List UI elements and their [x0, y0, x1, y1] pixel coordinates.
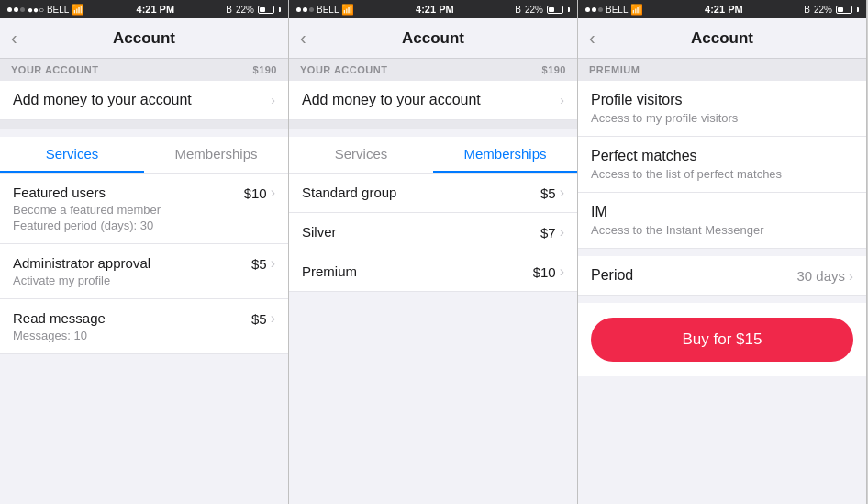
spacer-2: [289, 120, 577, 129]
status-bar-2: BELL 📶 4:21 PM B 22%: [289, 0, 577, 18]
back-button-1[interactable]: ‹: [11, 28, 39, 49]
membership-row-2: Silver $7 ›: [302, 224, 564, 241]
period-row[interactable]: Period 30 days ›: [578, 256, 866, 296]
bluetooth-icon-3: B: [804, 5, 810, 15]
nav-bar-3: ‹ Account: [578, 18, 866, 59]
membership-right-1: $5 ›: [540, 185, 564, 201]
buy-button[interactable]: Buy for $15: [591, 318, 853, 362]
service-desc-featured-1: Become a featured member: [13, 203, 275, 217]
battery-tip-2: [568, 7, 570, 12]
chevron-icon-2: ›: [560, 93, 564, 107]
back-button-2[interactable]: ‹: [300, 28, 328, 49]
add-money-item-1[interactable]: Add money to your account ›: [0, 81, 288, 120]
battery-fill-1: [260, 7, 265, 12]
status-time-1: 4:21 PM: [137, 4, 175, 15]
phone-panel-1: ●●○ BELL 📶 4:21 PM B 22% ‹ Account YOUR …: [0, 0, 289, 504]
period-days: 30 days: [796, 268, 845, 284]
nav-bar-2: ‹ Account: [289, 18, 577, 59]
bluetooth-icon-1: B: [226, 5, 232, 15]
battery-fill-2: [549, 7, 554, 12]
signal-dot-2c: [309, 7, 314, 12]
signal-dot-empty: [20, 7, 25, 12]
service-right-3: $5 ›: [251, 310, 275, 327]
service-item-featured[interactable]: Featured users $10 › Become a featured m…: [0, 174, 288, 244]
premium-title-im: IM: [591, 204, 853, 220]
membership-item-premium[interactable]: Premium $10 ›: [289, 252, 577, 292]
spacer-1: [0, 120, 288, 129]
membership-item-standard[interactable]: Standard group $5 ›: [289, 174, 577, 213]
nav-title-2: Account: [328, 29, 539, 48]
battery-body-2: [547, 6, 563, 14]
service-title-featured: Featured users: [13, 185, 106, 200]
membership-title-silver: Silver: [302, 224, 337, 240]
signal-dot-3a: [585, 7, 590, 12]
phone-panel-2: BELL 📶 4:21 PM B 22% ‹ Account YOUR ACCO…: [289, 0, 578, 504]
add-money-item-2[interactable]: Add money to your account ›: [289, 81, 577, 120]
service-item-row-2: Administrator approval $5 ›: [13, 255, 275, 272]
nav-title-3: Account: [617, 29, 828, 48]
service-title-admin: Administrator approval: [13, 255, 150, 271]
battery-body-1: [258, 6, 274, 14]
period-label: Period: [591, 267, 633, 284]
battery-tip-3: [857, 7, 859, 12]
signal-dots-2: [296, 7, 314, 12]
status-bar-left-3: BELL 📶: [585, 4, 643, 16]
period-chevron-icon: ›: [849, 268, 853, 284]
membership-item-silver[interactable]: Silver $7 ›: [289, 213, 577, 252]
chevron-featured-icon: ›: [271, 185, 275, 201]
signal-dots-1: [7, 7, 25, 12]
status-bar-left-1: ●●○ BELL 📶: [7, 4, 84, 16]
chevron-silver-icon: ›: [560, 224, 564, 241]
service-price-admin: $5: [251, 256, 267, 272]
tab-memberships-1[interactable]: Memberships: [144, 137, 288, 173]
tab-services-2[interactable]: Services: [289, 137, 433, 173]
battery-percent-3: 22%: [814, 5, 832, 15]
chevron-standard-icon: ›: [560, 185, 564, 201]
service-right-2: $5 ›: [251, 255, 275, 272]
service-item-read[interactable]: Read message $5 › Messages: 10: [0, 299, 288, 354]
battery-fill-3: [838, 7, 843, 12]
service-title-read: Read message: [13, 310, 106, 326]
services-list-1: Featured users $10 › Become a featured m…: [0, 174, 288, 504]
status-right-1: B 22%: [226, 5, 281, 15]
membership-right-2: $7 ›: [540, 224, 564, 241]
premium-item-matches: Perfect matches Access to the list of pe…: [578, 137, 866, 193]
membership-price-silver: $7: [540, 225, 556, 241]
wifi-icon-2: 📶: [341, 4, 354, 16]
membership-title-standard: Standard group: [302, 185, 396, 200]
service-price-read: $5: [251, 311, 267, 327]
signal-dot-2a: [296, 7, 301, 12]
service-desc-read-1: Messages: 10: [13, 329, 275, 342]
phone-panel-3: BELL 📶 4:21 PM B 22% ‹ Account PREMIUM P…: [578, 0, 867, 504]
service-item-row-1: Featured users $10 ›: [13, 185, 275, 201]
status-bar-1: ●●○ BELL 📶 4:21 PM B 22%: [0, 0, 288, 18]
wifi-icon-3: 📶: [630, 4, 643, 16]
premium-desc-im: Access to the Instant Messenger: [591, 223, 853, 237]
signal-dot-3b: [592, 7, 596, 12]
chevron-admin-icon: ›: [271, 255, 275, 272]
service-item-admin[interactable]: Administrator approval $5 › Activate my …: [0, 244, 288, 299]
service-price-featured: $10: [244, 185, 267, 201]
add-money-label-1: Add money to your account: [13, 92, 192, 108]
battery-percent-2: 22%: [525, 5, 543, 15]
tabs-container-1: Services Memberships: [0, 137, 288, 174]
bluetooth-icon-2: B: [515, 5, 521, 15]
nav-bar-1: ‹ Account: [0, 18, 288, 59]
service-item-row-3: Read message $5 ›: [13, 310, 275, 327]
carrier-label-3: BELL: [606, 5, 628, 15]
chevron-icon-1: ›: [271, 93, 275, 107]
tab-memberships-2[interactable]: Memberships: [433, 137, 577, 173]
premium-header-label: PREMIUM: [589, 64, 640, 75]
account-section-header-1: YOUR ACCOUNT $190: [0, 59, 288, 81]
status-bar-3: BELL 📶 4:21 PM B 22%: [578, 0, 866, 18]
service-right-1: $10 ›: [244, 185, 275, 201]
membership-row-3: Premium $10 ›: [302, 263, 564, 280]
back-button-3[interactable]: ‹: [589, 28, 617, 49]
membership-price-standard: $5: [540, 185, 556, 201]
tab-services-1[interactable]: Services: [0, 137, 144, 173]
status-right-2: B 22%: [515, 5, 570, 15]
signal-dots-3: [585, 7, 603, 12]
status-bar-left-2: BELL 📶: [296, 4, 354, 16]
status-right-3: B 22%: [804, 5, 859, 15]
service-desc-admin-1: Activate my profile: [13, 274, 275, 287]
